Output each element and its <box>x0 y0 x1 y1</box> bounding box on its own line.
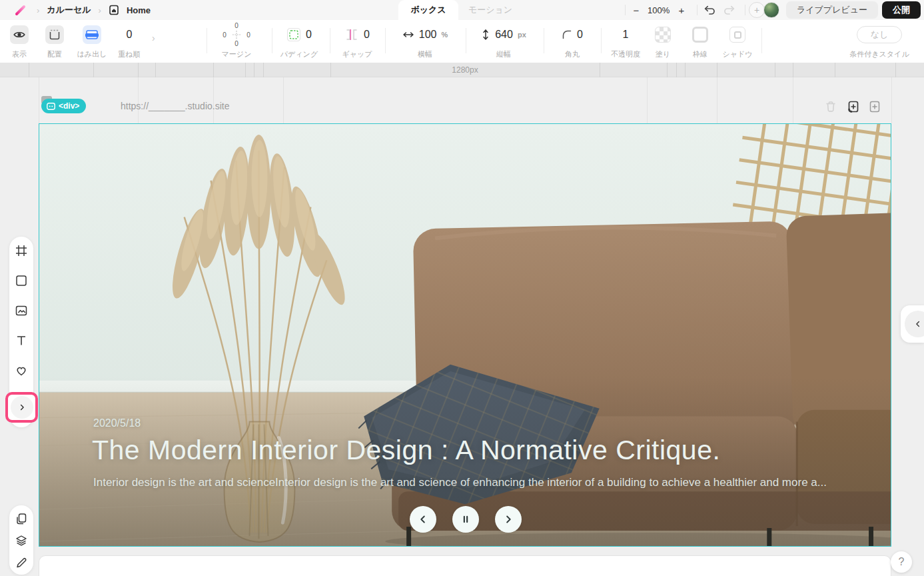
box-icon <box>15 274 28 287</box>
header-divider <box>697 5 697 15</box>
zoom-in-button[interactable]: + <box>674 0 689 20</box>
hero-description[interactable]: Interior design is the art and scienceIn… <box>93 476 827 489</box>
add-box-button[interactable] <box>15 274 28 287</box>
add-section-above-button[interactable] <box>847 100 860 113</box>
carousel-pause-button[interactable] <box>452 506 479 533</box>
toolbar-divider <box>207 28 207 53</box>
open-panel-button[interactable] <box>905 311 924 337</box>
breadcrumb-page[interactable]: Home <box>127 5 151 15</box>
zoom-level: 100% <box>648 0 670 20</box>
guide-line <box>717 77 717 123</box>
opacity-value[interactable]: 1 <box>623 29 629 41</box>
add-frame-button[interactable] <box>15 244 28 257</box>
toolbar-divider <box>466 28 466 53</box>
undo-button[interactable] <box>701 0 718 20</box>
invite-member-button[interactable]: + <box>749 2 765 18</box>
padding-icon[interactable] <box>286 27 301 42</box>
toolbar-divider <box>385 28 386 53</box>
prop-shadow: シャドウ <box>723 20 752 63</box>
overflow-button[interactable] <box>83 25 101 44</box>
gap-icon[interactable] <box>344 28 359 41</box>
radius-value[interactable]: 0 <box>577 29 583 41</box>
pause-icon <box>460 513 472 525</box>
image-icon <box>15 304 28 317</box>
tab-box[interactable]: ボックス <box>398 0 458 20</box>
live-preview-button[interactable]: ライブプレビュー <box>786 1 878 19</box>
margin-cross-icon <box>232 30 241 39</box>
breakpoint-ruler[interactable]: 1280px <box>0 63 924 77</box>
tab-motion[interactable]: モーション <box>462 0 518 20</box>
help-button[interactable]: ? <box>891 551 912 573</box>
studio-logo-icon[interactable] <box>11 1 29 19</box>
fill-swatch[interactable] <box>655 27 671 43</box>
tutorial-highlight-box <box>5 392 38 423</box>
page-url[interactable]: https://_______.studio.site <box>121 101 229 111</box>
prop-margin: 0 0 0 0 マージン <box>215 20 258 63</box>
header-divider <box>625 5 626 15</box>
toolbar-divider <box>272 28 272 53</box>
add-image-button[interactable] <box>15 304 28 317</box>
conditional-style-button[interactable]: なし <box>857 26 903 43</box>
element-tag-label: <div> <box>59 101 79 111</box>
shadow-swatch[interactable] <box>729 27 745 43</box>
add-section-below-button[interactable] <box>868 100 881 113</box>
redo-button[interactable] <box>721 0 738 20</box>
margin-bottom[interactable]: 0 <box>234 40 238 47</box>
frame-icon <box>15 244 28 257</box>
prop-zindex: 0 重ね順 <box>109 20 149 63</box>
zoom-out-button[interactable]: − <box>629 0 644 20</box>
prop-height: 640 px 縦幅 <box>473 20 534 63</box>
prop-visibility: 表示 <box>6 20 33 63</box>
prop-label: マージン <box>222 49 252 59</box>
redo-icon <box>722 3 737 17</box>
width-unit[interactable]: % <box>441 31 448 39</box>
avatar[interactable] <box>763 2 779 18</box>
width-value[interactable]: 100 <box>419 29 437 41</box>
chevron-left-icon <box>913 319 923 329</box>
alignment-button[interactable] <box>45 25 64 44</box>
add-text-button[interactable] <box>15 334 28 347</box>
zindex-value[interactable]: 0 <box>127 29 133 41</box>
prop-label: 横幅 <box>418 49 432 59</box>
margin-values[interactable]: 0 0 0 0 <box>219 21 254 48</box>
add-icon-button[interactable] <box>15 364 28 377</box>
margin-right[interactable]: 0 <box>246 31 250 39</box>
next-section-placeholder[interactable] <box>39 555 891 576</box>
visibility-toggle-button[interactable] <box>10 25 29 44</box>
publish-button[interactable]: 公開 <box>882 1 921 19</box>
toolbar-divider <box>330 28 330 53</box>
carousel-next-button[interactable] <box>495 506 522 533</box>
hero-title[interactable]: The Modern Interior Design : A Normative… <box>92 435 720 466</box>
delete-page-button[interactable] <box>824 100 837 113</box>
margin-top[interactable]: 0 <box>234 22 238 29</box>
carousel-prev-button[interactable] <box>410 506 436 533</box>
hero-date[interactable]: 2020/5/18 <box>93 417 141 429</box>
guide-line <box>891 77 892 123</box>
padding-value[interactable]: 0 <box>306 29 312 41</box>
prop-alignment: 配置 <box>41 20 68 63</box>
prop-label: ギャップ <box>342 49 372 59</box>
ruler-segment <box>895 63 896 77</box>
edit-mode-button[interactable] <box>15 556 28 569</box>
height-unit[interactable]: px <box>518 31 526 39</box>
overflow-icon <box>85 28 99 41</box>
border-swatch[interactable] <box>692 27 708 43</box>
breadcrumb-project[interactable]: カルーセル <box>47 4 91 16</box>
add-page-filled-icon <box>847 100 860 113</box>
gap-value[interactable]: 0 <box>364 29 370 41</box>
prop-label: はみ出し <box>77 49 107 59</box>
selected-element-badge[interactable]: <div> <box>41 99 86 113</box>
layers-button[interactable] <box>15 534 28 547</box>
prop-label: 角丸 <box>565 49 580 59</box>
prop-gap: 0 ギャップ <box>336 20 378 63</box>
canvas-selected-div[interactable]: 2020/5/18 The Modern Interior Design : A… <box>39 123 891 547</box>
height-value[interactable]: 640 <box>495 29 513 41</box>
chevron-right-icon <box>17 403 27 412</box>
prop-border: 枠線 <box>687 20 713 63</box>
pages-button[interactable] <box>15 512 28 525</box>
margin-left[interactable]: 0 <box>223 31 227 39</box>
toolbar-divider <box>761 28 762 53</box>
zindex-expand-chevron-icon[interactable]: › <box>152 33 155 43</box>
expand-rail-button[interactable] <box>11 396 33 419</box>
guide-line <box>283 77 284 123</box>
